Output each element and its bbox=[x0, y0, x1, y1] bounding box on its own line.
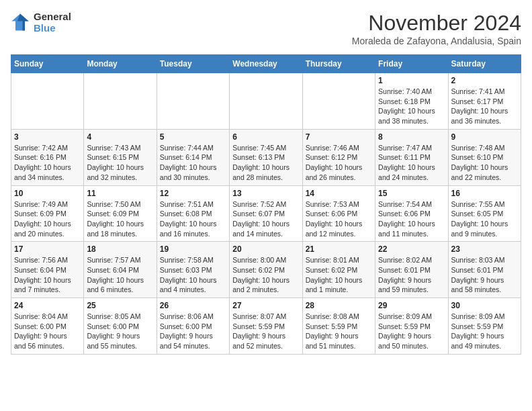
weekday-header-row: SundayMondayTuesdayWednesdayThursdayFrid… bbox=[11, 55, 521, 73]
day-number: 23 bbox=[451, 244, 518, 254]
logo: General Blue bbox=[11, 11, 71, 34]
day-info: Sunrise: 7:56 AM Sunset: 6:04 PM Dayligh… bbox=[14, 255, 81, 295]
calendar-cell: 4Sunrise: 7:43 AM Sunset: 6:15 PM Daylig… bbox=[84, 129, 157, 185]
calendar-cell: 6Sunrise: 7:45 AM Sunset: 6:13 PM Daylig… bbox=[230, 129, 302, 185]
day-info: Sunrise: 8:00 AM Sunset: 6:02 PM Dayligh… bbox=[232, 255, 299, 295]
day-info: Sunrise: 8:06 AM Sunset: 6:00 PM Dayligh… bbox=[160, 312, 226, 351]
day-number: 26 bbox=[160, 301, 226, 310]
calendar-cell: 30Sunrise: 8:09 AM Sunset: 5:59 PM Dayli… bbox=[448, 298, 521, 355]
calendar-cell: 25Sunrise: 8:05 AM Sunset: 6:00 PM Dayli… bbox=[84, 298, 157, 355]
week-row-3: 17Sunrise: 7:56 AM Sunset: 6:04 PM Dayli… bbox=[11, 242, 521, 298]
weekday-header-wednesday: Wednesday bbox=[230, 55, 302, 73]
day-number: 12 bbox=[160, 189, 226, 198]
weekday-header-thursday: Thursday bbox=[302, 55, 375, 73]
calendar-cell: 18Sunrise: 7:57 AM Sunset: 6:04 PM Dayli… bbox=[84, 242, 157, 298]
day-number: 29 bbox=[378, 301, 445, 310]
calendar-cell: 1Sunrise: 7:40 AM Sunset: 6:18 PM Daylig… bbox=[375, 73, 448, 130]
day-number: 28 bbox=[306, 301, 372, 310]
day-info: Sunrise: 7:43 AM Sunset: 6:15 PM Dayligh… bbox=[87, 143, 153, 183]
calendar-cell: 26Sunrise: 8:06 AM Sunset: 6:00 PM Dayli… bbox=[157, 298, 229, 355]
day-info: Sunrise: 7:40 AM Sunset: 6:18 PM Dayligh… bbox=[378, 87, 445, 126]
calendar-cell: 3Sunrise: 7:42 AM Sunset: 6:16 PM Daylig… bbox=[11, 129, 84, 185]
calendar-cell bbox=[230, 73, 302, 130]
day-number: 17 bbox=[14, 244, 81, 254]
week-row-2: 10Sunrise: 7:49 AM Sunset: 6:09 PM Dayli… bbox=[11, 185, 521, 242]
calendar-cell bbox=[157, 73, 229, 130]
calendar-cell bbox=[84, 73, 157, 130]
day-info: Sunrise: 7:44 AM Sunset: 6:14 PM Dayligh… bbox=[160, 143, 226, 183]
calendar-cell: 14Sunrise: 7:53 AM Sunset: 6:06 PM Dayli… bbox=[302, 185, 375, 242]
weekday-header-sunday: Sunday bbox=[11, 55, 84, 73]
calendar-cell: 22Sunrise: 8:02 AM Sunset: 6:01 PM Dayli… bbox=[375, 242, 448, 298]
calendar-cell: 27Sunrise: 8:07 AM Sunset: 5:59 PM Dayli… bbox=[230, 298, 302, 355]
day-info: Sunrise: 7:48 AM Sunset: 6:10 PM Dayligh… bbox=[451, 143, 518, 183]
day-info: Sunrise: 7:58 AM Sunset: 6:03 PM Dayligh… bbox=[160, 255, 226, 295]
calendar-cell: 2Sunrise: 7:41 AM Sunset: 6:17 PM Daylig… bbox=[448, 73, 521, 130]
day-number: 30 bbox=[451, 301, 518, 310]
weekday-header-saturday: Saturday bbox=[448, 55, 521, 73]
day-info: Sunrise: 7:53 AM Sunset: 6:06 PM Dayligh… bbox=[306, 199, 372, 239]
day-number: 24 bbox=[14, 301, 81, 310]
page-header: General Blue November 2024 Moraleda de Z… bbox=[11, 11, 521, 46]
calendar-cell: 23Sunrise: 8:03 AM Sunset: 6:01 PM Dayli… bbox=[448, 242, 521, 298]
calendar-cell: 28Sunrise: 8:08 AM Sunset: 5:59 PM Dayli… bbox=[302, 298, 375, 355]
day-number: 13 bbox=[232, 189, 299, 198]
day-info: Sunrise: 7:50 AM Sunset: 6:09 PM Dayligh… bbox=[87, 199, 153, 239]
day-number: 11 bbox=[87, 189, 153, 198]
calendar-cell: 11Sunrise: 7:50 AM Sunset: 6:09 PM Dayli… bbox=[84, 185, 157, 242]
day-number: 21 bbox=[306, 244, 372, 254]
day-number: 3 bbox=[14, 132, 81, 142]
day-info: Sunrise: 7:47 AM Sunset: 6:11 PM Dayligh… bbox=[378, 143, 445, 183]
logo-icon bbox=[11, 13, 30, 32]
day-number: 19 bbox=[160, 244, 226, 254]
logo-text: General Blue bbox=[34, 11, 71, 34]
day-info: Sunrise: 7:42 AM Sunset: 6:16 PM Dayligh… bbox=[14, 143, 81, 183]
week-row-1: 3Sunrise: 7:42 AM Sunset: 6:16 PM Daylig… bbox=[11, 129, 521, 185]
day-info: Sunrise: 8:09 AM Sunset: 5:59 PM Dayligh… bbox=[451, 312, 518, 351]
day-number: 8 bbox=[378, 132, 445, 142]
calendar-cell: 17Sunrise: 7:56 AM Sunset: 6:04 PM Dayli… bbox=[11, 242, 84, 298]
day-number: 15 bbox=[378, 189, 445, 198]
day-info: Sunrise: 8:03 AM Sunset: 6:01 PM Dayligh… bbox=[451, 255, 518, 295]
day-number: 27 bbox=[232, 301, 299, 310]
calendar-cell bbox=[11, 73, 84, 130]
day-number: 10 bbox=[14, 189, 81, 198]
day-info: Sunrise: 8:05 AM Sunset: 6:00 PM Dayligh… bbox=[87, 312, 153, 351]
day-number: 25 bbox=[87, 301, 153, 310]
day-info: Sunrise: 7:49 AM Sunset: 6:09 PM Dayligh… bbox=[14, 199, 81, 239]
day-info: Sunrise: 8:01 AM Sunset: 6:02 PM Dayligh… bbox=[306, 255, 372, 295]
day-number: 20 bbox=[232, 244, 299, 254]
calendar-cell: 13Sunrise: 7:52 AM Sunset: 6:07 PM Dayli… bbox=[230, 185, 302, 242]
day-info: Sunrise: 8:04 AM Sunset: 6:00 PM Dayligh… bbox=[14, 312, 81, 351]
weekday-header-tuesday: Tuesday bbox=[157, 55, 229, 73]
calendar-cell: 29Sunrise: 8:09 AM Sunset: 5:59 PM Dayli… bbox=[375, 298, 448, 355]
week-row-4: 24Sunrise: 8:04 AM Sunset: 6:00 PM Dayli… bbox=[11, 298, 521, 355]
calendar-cell: 9Sunrise: 7:48 AM Sunset: 6:10 PM Daylig… bbox=[448, 129, 521, 185]
day-number: 5 bbox=[160, 132, 226, 142]
calendar-cell: 24Sunrise: 8:04 AM Sunset: 6:00 PM Dayli… bbox=[11, 298, 84, 355]
day-number: 16 bbox=[451, 189, 518, 198]
weekday-header-friday: Friday bbox=[375, 55, 448, 73]
calendar-cell: 7Sunrise: 7:46 AM Sunset: 6:12 PM Daylig… bbox=[302, 129, 375, 185]
month-title: November 2024 bbox=[352, 11, 521, 36]
day-info: Sunrise: 7:41 AM Sunset: 6:17 PM Dayligh… bbox=[451, 87, 518, 126]
title-area: November 2024 Moraleda de Zafayona, Anda… bbox=[352, 11, 521, 46]
weekday-header-monday: Monday bbox=[84, 55, 157, 73]
day-info: Sunrise: 8:02 AM Sunset: 6:01 PM Dayligh… bbox=[378, 255, 445, 295]
day-number: 14 bbox=[306, 189, 372, 198]
calendar-cell: 21Sunrise: 8:01 AM Sunset: 6:02 PM Dayli… bbox=[302, 242, 375, 298]
calendar-cell: 20Sunrise: 8:00 AM Sunset: 6:02 PM Dayli… bbox=[230, 242, 302, 298]
day-number: 6 bbox=[232, 132, 299, 142]
calendar-cell: 12Sunrise: 7:51 AM Sunset: 6:08 PM Dayli… bbox=[157, 185, 229, 242]
day-number: 2 bbox=[451, 76, 518, 85]
day-info: Sunrise: 7:55 AM Sunset: 6:05 PM Dayligh… bbox=[451, 199, 518, 239]
day-info: Sunrise: 8:07 AM Sunset: 5:59 PM Dayligh… bbox=[232, 312, 299, 351]
calendar-table: SundayMondayTuesdayWednesdayThursdayFrid… bbox=[11, 54, 521, 355]
day-info: Sunrise: 8:08 AM Sunset: 5:59 PM Dayligh… bbox=[306, 312, 372, 351]
calendar-cell: 19Sunrise: 7:58 AM Sunset: 6:03 PM Dayli… bbox=[157, 242, 229, 298]
location-subtitle: Moraleda de Zafayona, Andalusia, Spain bbox=[352, 36, 521, 46]
day-info: Sunrise: 8:09 AM Sunset: 5:59 PM Dayligh… bbox=[378, 312, 445, 351]
day-number: 1 bbox=[378, 76, 445, 85]
day-info: Sunrise: 7:57 AM Sunset: 6:04 PM Dayligh… bbox=[87, 255, 153, 295]
calendar-cell: 8Sunrise: 7:47 AM Sunset: 6:11 PM Daylig… bbox=[375, 129, 448, 185]
